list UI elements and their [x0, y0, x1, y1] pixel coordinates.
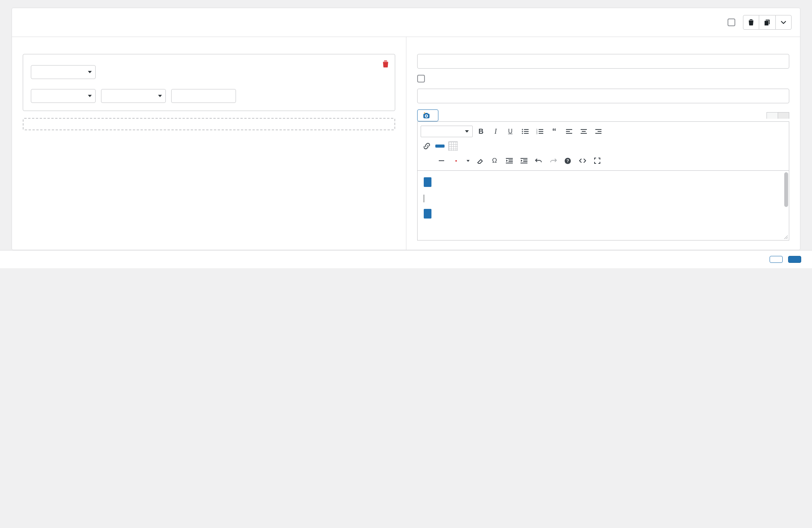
svg-point-1 — [424, 113, 425, 113]
checkbox-icon — [728, 18, 735, 26]
align-left-icon — [566, 129, 572, 134]
editor-scrollbar[interactable] — [784, 172, 788, 232]
editor-toolbar: B I U 123 “ — [418, 122, 789, 171]
trash-icon — [748, 19, 754, 25]
svg-point-4 — [522, 131, 523, 132]
duplicate-button[interactable] — [759, 15, 775, 30]
svg-point-2 — [522, 129, 523, 130]
special-char-button[interactable]: Ω — [489, 155, 501, 166]
fullscreen-icon — [594, 158, 600, 164]
format-dropdown[interactable] — [421, 126, 473, 137]
text-color-button[interactable] — [450, 155, 462, 166]
resize-handle-icon[interactable] — [783, 235, 788, 239]
svg-rect-16 — [566, 133, 572, 134]
outdent-button[interactable] — [503, 155, 516, 166]
expand-button[interactable] — [775, 15, 792, 30]
bold-button[interactable]: B — [475, 126, 487, 137]
numbered-list-button[interactable]: 123 — [534, 126, 546, 137]
clear-formatting-button[interactable] — [474, 155, 486, 166]
when-panel — [12, 37, 406, 250]
reply-to-checkbox[interactable] — [417, 75, 790, 82]
tab-visual[interactable] — [767, 113, 778, 119]
svg-point-6 — [522, 133, 523, 134]
chevron-down-icon — [781, 21, 786, 24]
align-center-button[interactable] — [578, 126, 590, 137]
svg-text:3: 3 — [536, 132, 537, 134]
svg-rect-22 — [595, 133, 601, 134]
svg-rect-9 — [539, 129, 543, 130]
editor: B I U 123 “ — [417, 121, 790, 240]
svg-rect-20 — [595, 129, 601, 130]
link-button[interactable] — [421, 140, 433, 152]
variables-button[interactable] — [435, 145, 445, 148]
numbered-list-icon: 123 — [536, 129, 543, 134]
undo-icon — [535, 158, 542, 163]
strikethrough-button[interactable] — [421, 155, 433, 166]
condition-card — [23, 54, 395, 111]
variable-chip-username — [424, 177, 431, 187]
insert-variables-button[interactable] — [770, 256, 783, 263]
checkbox-icon — [417, 75, 425, 82]
recipient-input[interactable] — [417, 54, 790, 69]
italic-button[interactable]: I — [490, 126, 502, 137]
text-color-arrow[interactable] — [465, 155, 472, 166]
footer-bar — [0, 250, 812, 268]
copy-icon — [765, 20, 770, 25]
delete-condition-button[interactable] — [382, 61, 389, 67]
indent-icon — [521, 158, 527, 163]
svg-rect-15 — [566, 131, 570, 132]
svg-text:?: ? — [566, 158, 569, 163]
add-media-button[interactable] — [417, 109, 438, 121]
outdent-icon — [506, 158, 513, 163]
horizontal-rule-button[interactable] — [435, 155, 448, 166]
code-icon — [579, 158, 586, 163]
bullet-list-button[interactable] — [519, 126, 531, 137]
svg-rect-19 — [581, 133, 587, 134]
align-right-icon — [595, 129, 601, 134]
trash-icon — [382, 61, 389, 67]
align-right-button[interactable] — [592, 126, 605, 137]
help-icon: ? — [564, 158, 571, 164]
subject-input[interactable] — [417, 89, 790, 103]
indent-button[interactable] — [518, 155, 530, 166]
quote-button[interactable]: “ — [548, 126, 561, 137]
eraser-icon — [477, 158, 483, 164]
add-condition-button[interactable] — [23, 118, 395, 130]
redo-button[interactable] — [547, 155, 559, 166]
bullet-list-icon — [522, 129, 529, 134]
svg-rect-11 — [539, 131, 543, 132]
value-input[interactable] — [171, 89, 236, 103]
condition-dropdown[interactable] — [101, 89, 166, 103]
undo-button[interactable] — [532, 155, 545, 166]
svg-rect-14 — [566, 129, 572, 130]
svg-rect-5 — [524, 131, 529, 132]
fullscreen-button[interactable] — [591, 155, 603, 166]
calc-type-dropdown[interactable] — [31, 89, 96, 103]
svg-rect-18 — [582, 131, 586, 132]
underline-button[interactable]: U — [504, 126, 517, 137]
svg-rect-7 — [524, 133, 529, 134]
mark-default-checkbox[interactable] — [728, 18, 738, 26]
svg-rect-0 — [765, 21, 768, 25]
help-button[interactable]: ? — [562, 155, 574, 166]
align-left-button[interactable] — [563, 126, 575, 137]
save-emails-button[interactable] — [788, 256, 801, 263]
svg-rect-30 — [521, 163, 527, 163]
svg-rect-29 — [523, 161, 527, 162]
editor-content[interactable] — [418, 171, 789, 240]
select-mode-dropdown[interactable] — [31, 65, 96, 79]
svg-rect-25 — [509, 161, 513, 162]
svg-rect-21 — [598, 131, 601, 132]
scrollbar-thumb[interactable] — [784, 172, 788, 207]
toolbar-toggle-button[interactable] — [447, 140, 459, 152]
tab-text[interactable] — [778, 113, 789, 119]
text-cursor — [424, 195, 424, 202]
svg-rect-27 — [521, 158, 527, 159]
svg-rect-17 — [581, 129, 587, 130]
align-center-icon — [581, 129, 587, 134]
caret-down-icon — [467, 160, 470, 162]
delete-button[interactable] — [743, 15, 759, 30]
svg-rect-23 — [506, 158, 513, 159]
svg-rect-24 — [509, 160, 513, 160]
code-button[interactable] — [576, 155, 589, 166]
